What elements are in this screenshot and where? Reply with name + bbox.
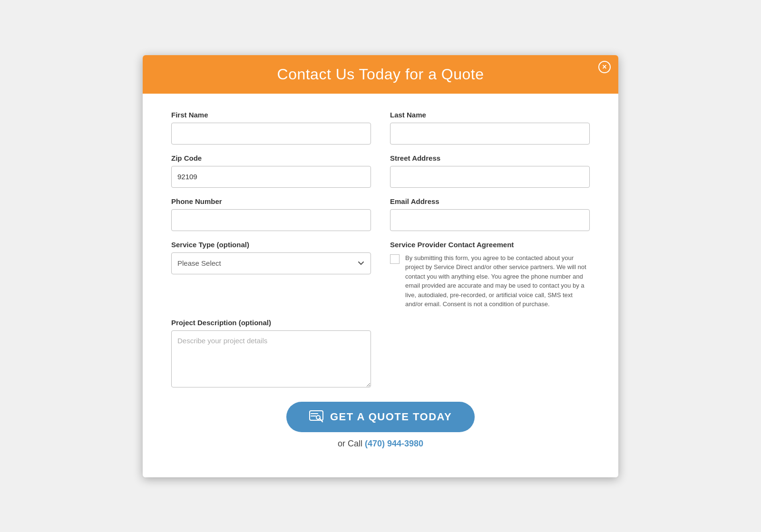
phone-link[interactable]: (470) 944-3980 (365, 439, 423, 448)
agreement-content: By submitting this form, you agree to be… (390, 253, 590, 309)
contact-row: Phone Number Email Address (171, 197, 590, 231)
last-name-label: Last Name (390, 111, 590, 119)
email-group: Email Address (390, 197, 590, 231)
zip-code-input[interactable] (171, 166, 371, 188)
close-button[interactable]: × (598, 61, 611, 73)
first-name-label: First Name (171, 111, 371, 119)
contact-modal: Contact Us Today for a Quote × First Nam… (143, 55, 618, 477)
project-description-label: Project Description (optional) (171, 319, 371, 327)
agreement-text: By submitting this form, you agree to be… (405, 253, 590, 309)
phone-input[interactable] (171, 209, 371, 231)
description-row: Project Description (optional) (171, 319, 590, 387)
last-name-group: Last Name (390, 111, 590, 145)
first-name-group: First Name (171, 111, 371, 145)
email-input[interactable] (390, 209, 590, 231)
service-agreement-row: Service Type (optional) Please Select Se… (171, 241, 590, 309)
address-row: Zip Code Street Address (171, 154, 590, 188)
service-type-group: Service Type (optional) Please Select (171, 241, 371, 309)
street-address-group: Street Address (390, 154, 590, 188)
project-description-input[interactable] (171, 330, 371, 387)
agreement-checkbox[interactable] (390, 254, 400, 264)
street-address-input[interactable] (390, 166, 590, 188)
name-row: First Name Last Name (171, 111, 590, 145)
or-call-section: or Call (470) 944-3980 (171, 439, 590, 449)
submit-button[interactable]: GET A QUOTE TODAY (286, 402, 475, 432)
street-address-label: Street Address (390, 154, 590, 162)
first-name-input[interactable] (171, 123, 371, 145)
or-call-text: or Call (338, 439, 362, 448)
project-description-group: Project Description (optional) (171, 319, 371, 387)
modal-body: First Name Last Name Zip Code Street Add… (143, 94, 618, 477)
email-label: Email Address (390, 197, 590, 205)
agreement-group: Service Provider Contact Agreement By su… (390, 241, 590, 309)
agreement-title: Service Provider Contact Agreement (390, 241, 590, 249)
zip-code-group: Zip Code (171, 154, 371, 188)
modal-title: Contact Us Today for a Quote (162, 66, 599, 83)
submit-area: GET A QUOTE TODAY or Call (470) 944-3980 (171, 397, 590, 458)
phone-label: Phone Number (171, 197, 371, 205)
modal-header: Contact Us Today for a Quote × (143, 55, 618, 94)
svg-point-4 (316, 416, 320, 419)
submit-label: GET A QUOTE TODAY (330, 411, 452, 423)
last-name-input[interactable] (390, 123, 590, 145)
service-type-label: Service Type (optional) (171, 241, 371, 249)
service-type-select[interactable]: Please Select (171, 252, 371, 274)
phone-group: Phone Number (171, 197, 371, 231)
zip-code-label: Zip Code (171, 154, 371, 162)
submit-icon (309, 410, 323, 424)
